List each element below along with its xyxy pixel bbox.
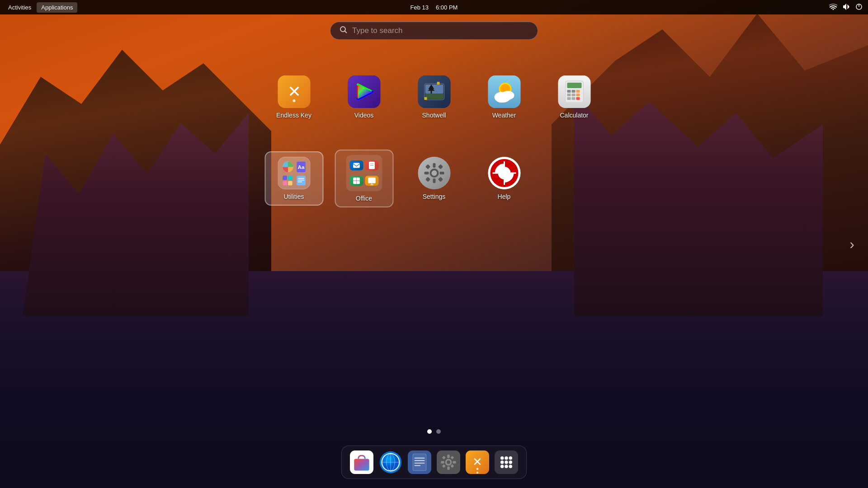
calculator-icon xyxy=(558,75,590,108)
svg-rect-96 xyxy=(447,455,450,458)
svg-rect-35 xyxy=(576,97,580,100)
search-input[interactable] xyxy=(352,26,528,35)
endless-key-dock-dot xyxy=(476,472,478,474)
svg-point-111 xyxy=(500,460,504,464)
dock-item-app-center[interactable] xyxy=(349,450,374,475)
svg-rect-42 xyxy=(283,181,287,186)
dock-item-browser[interactable] xyxy=(378,450,403,475)
topbar-center: Feb 13 6:00 PM xyxy=(410,4,458,11)
svg-line-4 xyxy=(345,31,347,33)
svg-rect-61 xyxy=(433,163,435,168)
office-label: Office xyxy=(356,195,372,202)
svg-rect-62 xyxy=(433,178,435,183)
svg-point-60 xyxy=(431,170,437,176)
svg-rect-41 xyxy=(288,176,292,180)
svg-rect-40 xyxy=(283,176,287,180)
svg-rect-30 xyxy=(567,94,571,96)
app-item-settings[interactable]: Settings xyxy=(405,152,463,205)
app-item-calculator[interactable]: Calculator xyxy=(545,71,604,123)
svg-text:Aa: Aa xyxy=(297,164,304,170)
shotwell-label: Shotwell xyxy=(422,112,446,119)
weather-label: Weather xyxy=(492,112,516,119)
page-dot-2[interactable] xyxy=(436,429,441,434)
shotwell-icon xyxy=(418,75,450,108)
svg-rect-64 xyxy=(439,172,444,174)
app-item-endless-key[interactable]: ✕ Endless Key xyxy=(264,71,323,123)
search-icon xyxy=(340,26,348,36)
svg-rect-55 xyxy=(368,178,376,183)
svg-rect-98 xyxy=(441,461,444,464)
help-label: Help xyxy=(498,193,511,200)
page-dot-1[interactable] xyxy=(427,429,432,434)
svg-rect-31 xyxy=(571,94,575,96)
endless-key-icon: ✕ xyxy=(278,75,310,108)
utilities-icon: Aa xyxy=(278,157,310,189)
app-item-utilities[interactable]: Aa Utilities xyxy=(264,151,323,206)
svg-rect-16 xyxy=(424,97,427,100)
dock-item-endless-key[interactable]: ✕ xyxy=(465,450,490,475)
app-item-weather[interactable]: Weather xyxy=(475,71,533,123)
svg-rect-32 xyxy=(576,94,580,96)
taskbar: ✕ xyxy=(341,446,527,479)
dock-item-documents[interactable] xyxy=(407,450,432,475)
svg-rect-99 xyxy=(453,461,456,464)
svg-point-3 xyxy=(340,27,345,32)
calculator-label: Calculator xyxy=(560,112,588,119)
svg-rect-97 xyxy=(447,466,450,469)
topbar: Activities Applications Feb 13 6:00 PM xyxy=(0,0,868,14)
endless-key-label: Endless Key xyxy=(276,112,311,119)
svg-rect-44 xyxy=(297,176,305,185)
svg-point-114 xyxy=(500,465,504,468)
videos-icon xyxy=(348,75,380,108)
date-display: Feb 13 xyxy=(410,4,429,11)
svg-rect-33 xyxy=(567,97,571,100)
svg-text:✕: ✕ xyxy=(472,455,482,469)
svg-rect-78 xyxy=(354,459,369,471)
svg-point-23 xyxy=(495,94,506,103)
svg-rect-26 xyxy=(567,83,581,88)
svg-point-109 xyxy=(505,456,508,460)
office-icon xyxy=(346,155,382,191)
svg-rect-28 xyxy=(571,90,575,93)
activities-button[interactable]: Activities xyxy=(4,2,36,13)
volume-icon[interactable] xyxy=(843,3,850,12)
svg-rect-43 xyxy=(288,181,292,186)
wifi-icon[interactable] xyxy=(829,4,837,11)
app-item-videos[interactable]: Videos xyxy=(335,71,393,123)
next-page-arrow[interactable]: › xyxy=(849,236,854,253)
svg-point-116 xyxy=(509,465,512,468)
time-display: 6:00 PM xyxy=(436,4,458,11)
svg-rect-29 xyxy=(576,90,580,93)
svg-rect-63 xyxy=(424,172,429,174)
svg-point-115 xyxy=(505,465,508,468)
svg-point-112 xyxy=(505,460,508,464)
app-item-help[interactable]: Help xyxy=(475,152,533,205)
utilities-label: Utilities xyxy=(283,193,304,200)
dock-item-show-apps[interactable] xyxy=(494,450,519,475)
topbar-left: Activities Applications xyxy=(0,2,77,13)
svg-point-76 xyxy=(500,169,509,178)
dock-item-system-settings[interactable] xyxy=(436,450,461,475)
topbar-right xyxy=(829,3,868,12)
svg-point-108 xyxy=(500,456,504,460)
search-bar xyxy=(330,22,538,40)
svg-rect-34 xyxy=(571,97,575,100)
videos-label: Videos xyxy=(354,112,374,119)
applications-button[interactable]: Applications xyxy=(37,2,77,13)
svg-point-113 xyxy=(509,460,512,464)
svg-rect-17 xyxy=(437,82,439,84)
svg-point-95 xyxy=(447,460,450,464)
svg-rect-15 xyxy=(425,94,443,99)
svg-text:✕: ✕ xyxy=(287,82,301,101)
search-container xyxy=(330,22,538,40)
app-item-office[interactable]: Office xyxy=(335,150,393,207)
svg-point-110 xyxy=(509,456,512,460)
app-item-shotwell[interactable]: Shotwell xyxy=(405,71,463,123)
weather-icon xyxy=(488,75,520,108)
svg-point-106 xyxy=(476,468,479,470)
svg-point-7 xyxy=(292,99,295,102)
power-icon[interactable] xyxy=(855,3,863,12)
apps-grid: ✕ Endless Key xyxy=(261,59,607,217)
settings-label: Settings xyxy=(423,193,446,200)
svg-rect-27 xyxy=(567,90,571,93)
